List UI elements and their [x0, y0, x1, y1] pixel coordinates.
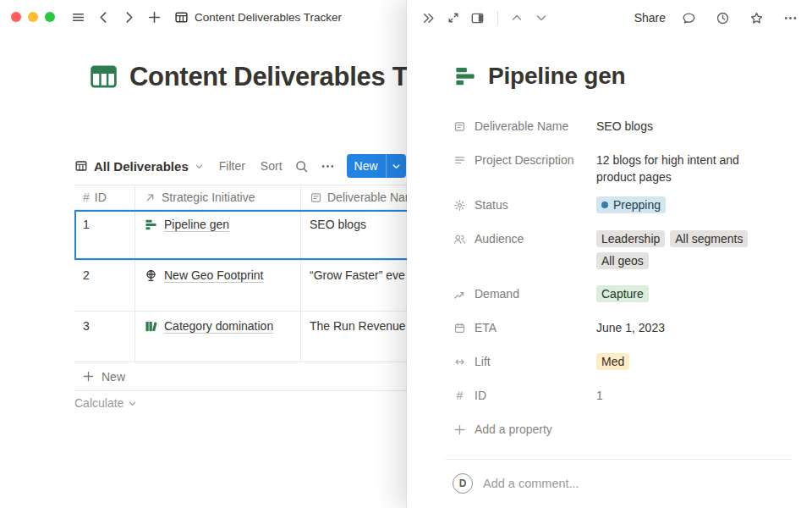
property-value[interactable]: 1 [596, 381, 603, 404]
lift-pill[interactable]: Med [596, 353, 629, 370]
property-value[interactable]: Capture [596, 279, 649, 302]
audience-pill[interactable]: Leadership [596, 230, 665, 247]
new-page-button[interactable] [143, 6, 166, 29]
title-property-icon [310, 191, 322, 204]
updates-button[interactable] [711, 7, 734, 30]
panel-body: Pipeline gen Deliverable Name SEO blogs … [407, 36, 812, 494]
minimize-window-button[interactable] [28, 12, 38, 22]
add-property-button[interactable]: Add a property [453, 415, 778, 444]
audience-pill[interactable]: All segments [670, 230, 748, 247]
comment-input[interactable]: D Add a comment... [453, 473, 778, 494]
open-full-page-button[interactable] [442, 7, 464, 30]
window-title: Content Deliverables Tracker [195, 11, 342, 24]
previous-record-button[interactable] [505, 7, 528, 30]
demand-pill[interactable]: Capture [596, 285, 649, 302]
audience-pill[interactable]: All geos [596, 252, 649, 269]
search-icon [294, 159, 309, 174]
favorite-button[interactable] [745, 7, 768, 30]
chevron-right-icon [122, 10, 136, 25]
cell-strategic-initiative[interactable]: Pipeline gen [135, 210, 301, 260]
filter-button[interactable]: Filter [219, 159, 245, 173]
cell-id[interactable]: 2 [74, 261, 135, 311]
property-label[interactable]: Demand [453, 279, 596, 308]
view-options-button[interactable] [321, 159, 335, 174]
column-header-id[interactable]: # ID [74, 185, 135, 209]
window-controls [11, 12, 55, 22]
property-label[interactable]: ETA [453, 313, 596, 342]
ellipsis-icon [783, 11, 798, 25]
status-dot [601, 202, 608, 208]
page-link-new-geo-footprint[interactable]: New Geo Footprint [144, 268, 264, 283]
ellipsis-icon [321, 159, 335, 174]
record-title[interactable]: Pipeline gen [488, 63, 626, 90]
property-value[interactable]: June 1, 2023 [596, 313, 665, 336]
property-value[interactable]: Leadership All segments All geos [596, 224, 774, 269]
next-record-button[interactable] [529, 7, 552, 30]
close-peek-button[interactable] [417, 7, 440, 30]
share-button[interactable]: Share [634, 11, 666, 25]
column-header-strategic-initiative[interactable]: Strategic Initiative [135, 185, 301, 209]
calculate-button[interactable]: Calculate [74, 396, 137, 410]
app-window: Content Deliverables Tracker Content Del… [0, 0, 812, 508]
cell-strategic-initiative[interactable]: New Geo Footprint [135, 261, 301, 311]
property-value[interactable]: Prepping [596, 190, 666, 213]
property-label[interactable]: Audience [453, 224, 596, 253]
page-link-category-domination[interactable]: Category domination [144, 319, 273, 334]
record-title-row: Pipeline gen [453, 63, 778, 90]
property-value[interactable]: Med [596, 347, 629, 370]
property-label-text: Audience [475, 232, 524, 246]
cell-id[interactable]: 1 [74, 210, 135, 260]
plus-icon [147, 10, 162, 25]
star-icon [749, 11, 764, 25]
sidebar-toggle-button[interactable] [67, 6, 90, 29]
page-options-button[interactable] [779, 7, 802, 30]
sort-button[interactable]: Sort [261, 159, 283, 173]
view-toolbar: All Deliverables Filter Sort New [74, 152, 406, 179]
chevron-down-icon [195, 162, 204, 171]
bar-chart-page-icon-large[interactable] [453, 64, 478, 89]
search-button[interactable] [294, 159, 309, 174]
cell-strategic-initiative[interactable]: Category domination [135, 312, 301, 362]
trend-chart-icon [453, 288, 467, 301]
chevron-down-icon [128, 399, 137, 408]
zoom-window-button[interactable] [45, 12, 55, 22]
property-label-text: Lift [475, 355, 491, 368]
close-window-button[interactable] [11, 12, 21, 22]
view-tab-all-deliverables[interactable]: All Deliverables [74, 159, 204, 174]
new-record-button[interactable]: New [347, 154, 406, 178]
relation-arrow-icon [144, 191, 156, 204]
add-property-label: Add a property [475, 422, 552, 436]
property-label[interactable]: Lift [453, 347, 596, 376]
view-name: All Deliverables [94, 159, 189, 174]
back-button[interactable] [92, 6, 115, 29]
page-table-icon-large[interactable] [88, 61, 119, 92]
status-pill[interactable]: Prepping [596, 196, 666, 213]
forward-button[interactable] [118, 6, 140, 29]
cell-id[interactable]: 3 [74, 312, 135, 362]
property-label-text: ID [475, 389, 486, 402]
topbar-actions [678, 7, 802, 30]
property-label-text: Project Description [475, 153, 574, 167]
horizontal-arrows-icon [453, 356, 467, 368]
hash-icon: # [83, 190, 90, 204]
clock-icon [716, 11, 730, 25]
page-link-pipeline-gen[interactable]: Pipeline gen [144, 218, 229, 232]
property-label-text: Status [475, 198, 508, 212]
chevron-left-icon [96, 10, 111, 25]
add-row-label: New [102, 370, 125, 384]
plus-icon [82, 370, 95, 383]
property-value[interactable]: 12 blogs for high intent and product pag… [596, 146, 778, 185]
calendar-icon [453, 322, 467, 334]
peek-mode-button[interactable] [466, 7, 489, 30]
hash-icon: # [453, 389, 467, 402]
property-label[interactable]: Deliverable Name [453, 112, 596, 141]
property-label[interactable]: Project Description [453, 146, 596, 174]
column-label: Strategic Initiative [162, 190, 255, 204]
comments-button[interactable] [678, 7, 700, 30]
chevron-down-icon[interactable] [387, 162, 406, 171]
side-peek-panel: Share Pipeline gen [407, 0, 812, 508]
property-row-lift: Lift Med [453, 347, 778, 376]
property-value[interactable]: SEO blogs [596, 112, 653, 135]
property-label[interactable]: # ID [453, 381, 596, 410]
property-label[interactable]: Status [453, 190, 596, 219]
